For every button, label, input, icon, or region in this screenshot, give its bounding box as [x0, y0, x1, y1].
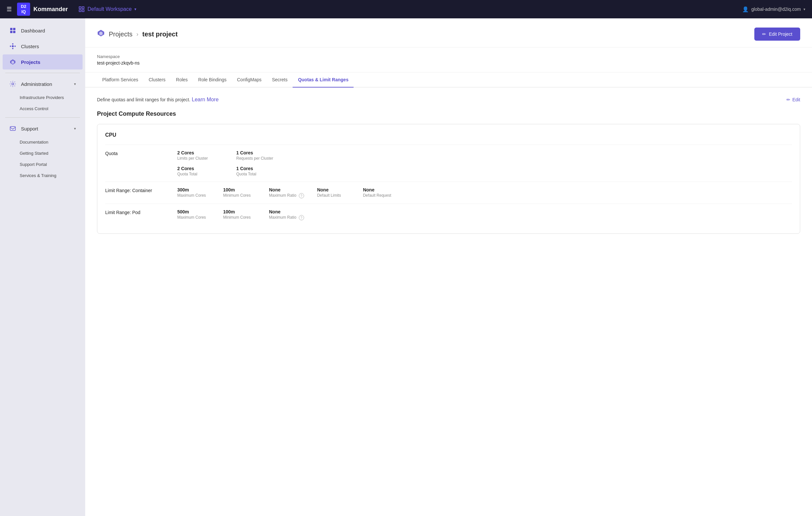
limit-range-container-values: 300m Maximum Cores 100m Minimum Cores No… [177, 187, 396, 198]
sidebar-item-administration[interactable]: Administration ▾ [3, 76, 83, 91]
lr-container-desc-0: Maximum Cores [177, 193, 210, 198]
quota-value-number-0: 2 Cores [177, 150, 223, 155]
svg-rect-4 [10, 28, 12, 30]
sidebar-sub-documentation[interactable]: Documentation [3, 137, 83, 147]
lr-pod-number-1: 100m [223, 209, 256, 214]
sidebar-item-dashboard[interactable]: Dashboard [3, 23, 83, 38]
quota-value-desc-1: Requests per Cluster [236, 156, 282, 161]
compute-resources-title: Project Compute Resources [97, 111, 800, 117]
quota-value-number-2: 2 Cores [177, 166, 223, 171]
lr-container-desc-3: Default Limits [317, 193, 350, 198]
tab-secrets[interactable]: Secrets [267, 73, 293, 88]
edit-project-icon: ✏ [762, 31, 766, 37]
tab-configmaps[interactable]: ConfigMaps [232, 73, 267, 88]
svg-point-11 [10, 46, 11, 47]
sidebar-item-support[interactable]: Support ▾ [3, 121, 83, 136]
edit-project-label: Edit Project [769, 31, 792, 37]
lr-pod-value-2: None Maximum Ratio ? [269, 209, 304, 220]
sidebar-item-projects[interactable]: Projects [3, 54, 83, 69]
page-header: Projects › test project ✏ Edit Project [85, 18, 812, 48]
user-chevron-icon: ▾ [804, 7, 806, 11]
lr-container-desc-4: Default Request [363, 193, 396, 198]
top-nav: ☰ D2IQ Kommander Default Workspace ▾ 👤 g… [0, 0, 812, 18]
edit-quotas-link[interactable]: ✏ Edit [786, 97, 800, 102]
sidebar: Dashboard Clusters Projec [0, 18, 85, 516]
support-portal-label: Support Portal [20, 162, 47, 167]
quota-value-2: 2 Cores Quota Total [177, 166, 223, 176]
sidebar-administration-label: Administration [21, 81, 69, 87]
tab-clusters[interactable]: Clusters [144, 73, 171, 88]
breadcrumb-parent[interactable]: Projects [109, 30, 133, 38]
lr-pod-value-0: 500m Maximum Cores [177, 209, 210, 220]
sidebar-sub-getting-started[interactable]: Getting Started [3, 148, 83, 159]
tab-role-bindings[interactable]: Role Bindings [193, 73, 232, 88]
quota-value-number-1: 1 Cores [236, 150, 282, 155]
edit-quotas-icon: ✏ [786, 97, 790, 102]
tab-roles[interactable]: Roles [171, 73, 193, 88]
administration-icon [9, 80, 17, 88]
max-ratio-container-info-icon[interactable]: ? [299, 193, 304, 198]
namespace-label: Namespace [97, 54, 800, 59]
svg-rect-5 [13, 28, 16, 30]
lr-container-number-4: None [363, 187, 396, 193]
sidebar-sub-access-control[interactable]: Access Control [3, 103, 83, 114]
sidebar-support-label: Support [21, 126, 69, 132]
svg-point-12 [12, 48, 13, 49]
getting-started-label: Getting Started [20, 151, 48, 156]
breadcrumb: Projects › test project [97, 29, 178, 39]
limit-range-pod-values: 500m Maximum Cores 100m Minimum Cores No… [177, 209, 304, 220]
lr-container-value-2: None Maximum Ratio ? [269, 187, 304, 198]
sidebar-clusters-label: Clusters [21, 44, 76, 49]
sidebar-item-clusters[interactable]: Clusters [3, 39, 83, 54]
svg-rect-7 [13, 31, 16, 33]
svg-rect-1 [82, 7, 84, 9]
sidebar-sub-support-portal[interactable]: Support Portal [3, 159, 83, 170]
quota-desc-static: Define quotas and limit ranges for this … [97, 97, 191, 102]
edit-project-button[interactable]: ✏ Edit Project [754, 28, 800, 41]
sidebar-divider-1 [5, 73, 80, 73]
svg-point-8 [12, 45, 14, 47]
edit-quotas-label: Edit [792, 97, 800, 102]
breadcrumb-separator: › [136, 31, 138, 38]
lr-pod-desc-0: Maximum Cores [177, 215, 210, 220]
limit-range-pod-label: Limit Range: Pod [105, 209, 177, 215]
user-menu[interactable]: 👤 global-admin@d2iq.com ▾ [742, 6, 806, 12]
support-icon [9, 125, 17, 132]
namespace-value: test-project-zkqvb-ns [97, 60, 800, 65]
lr-pod-desc-2: Maximum Ratio ? [269, 215, 304, 220]
breadcrumb-icon [97, 29, 105, 39]
workspace-selector[interactable]: Default Workspace ▾ [78, 6, 136, 12]
documentation-label: Documentation [20, 140, 48, 145]
quota-value-number-3: 1 Cores [236, 166, 282, 171]
main-content: Projects › test project ✏ Edit Project N… [85, 18, 812, 516]
lr-container-value-0: 300m Maximum Cores [177, 187, 210, 198]
sidebar-divider-2 [5, 117, 80, 118]
tab-platform-services[interactable]: Platform Services [97, 73, 144, 88]
projects-icon [9, 58, 17, 65]
max-ratio-pod-info-icon[interactable]: ? [299, 215, 304, 220]
sidebar-sub-infra-providers[interactable]: Infrastructure Providers [3, 92, 83, 103]
workspace-chevron-icon: ▾ [134, 7, 136, 11]
workspace-label: Default Workspace [87, 6, 132, 12]
limit-range-container-label: Limit Range: Container [105, 187, 177, 193]
svg-rect-6 [10, 31, 12, 33]
svg-point-15 [12, 83, 14, 85]
svg-rect-3 [82, 10, 84, 12]
sidebar-dashboard-label: Dashboard [21, 28, 76, 33]
cpu-card-title: CPU [105, 132, 792, 138]
hamburger-icon[interactable]: ☰ [6, 6, 12, 13]
lr-container-number-1: 100m [223, 187, 256, 193]
tab-quotas-limit-ranges[interactable]: Quotas & Limit Ranges [293, 73, 354, 88]
svg-rect-0 [79, 7, 81, 9]
cpu-resource-card: CPU Quota 2 Cores Limits per Cluster 1 C… [97, 124, 800, 234]
learn-more-link[interactable]: Learn More [192, 97, 219, 102]
quota-values-grid: 2 Cores Limits per Cluster 1 Cores Reque… [177, 150, 282, 176]
sidebar-sub-services-training[interactable]: Services & Training [3, 170, 83, 181]
lr-container-number-3: None [317, 187, 350, 193]
breadcrumb-current: test project [142, 30, 178, 38]
main-layout: Dashboard Clusters Projec [0, 18, 812, 516]
logo-wrapper: D2IQ Kommander [17, 3, 68, 16]
lr-container-desc-1: Minimum Cores [223, 193, 256, 198]
services-training-label: Services & Training [20, 173, 56, 178]
lr-container-value-4: None Default Request [363, 187, 396, 198]
